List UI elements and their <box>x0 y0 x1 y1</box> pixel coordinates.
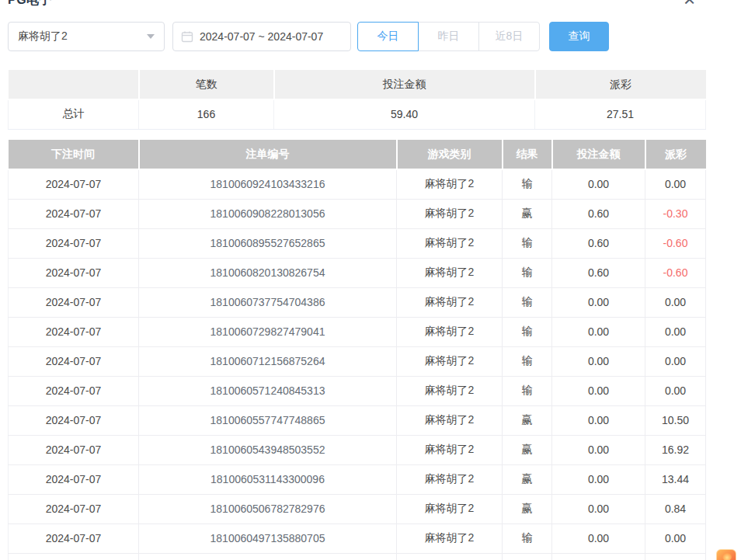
payout-cell: -0.60 <box>645 228 706 258</box>
last-8-days-button[interactable]: 近8日 <box>478 22 540 51</box>
bet-amount-cell: 0.60 <box>552 258 645 287</box>
result-cell: 输 <box>503 169 552 199</box>
bet-time-cell <box>9 553 139 560</box>
bet-id-cell: 1810060543948503552 <box>139 435 397 464</box>
payout-cell: -0.30 <box>645 199 706 228</box>
result-cell: 输 <box>503 317 552 346</box>
bet-amount-cell: 0.60 <box>552 228 645 258</box>
result-cell: 赢 <box>503 435 552 464</box>
game-type-cell: 麻将胡了2 <box>397 287 503 317</box>
payout-cell: 0.00 <box>645 346 706 376</box>
records-header-bet-time: 下注时间 <box>9 140 139 169</box>
bet-amount-cell: 0.00 <box>552 317 645 346</box>
quick-date-button-group: 今日 昨日 近8日 <box>357 22 540 51</box>
game-type-cell: 麻将胡了2 <box>397 169 503 199</box>
bet-amount-cell: 0.00 <box>552 464 645 494</box>
bet-amount-cell: 0.60 <box>552 199 645 228</box>
bet-id-cell: 1810060924103433216 <box>139 169 397 199</box>
summary-total-bet-amount: 59.40 <box>274 99 535 129</box>
bet-amount-cell <box>552 553 645 560</box>
table-row: 2024-07-07 1810060895527652865 麻将胡了2 输 0… <box>9 228 706 258</box>
close-icon[interactable]: × <box>684 0 695 9</box>
result-cell: 输 <box>503 228 552 258</box>
bet-id-cell: 1810060531143300096 <box>139 464 397 494</box>
game-type-cell: 麻将胡了2 <box>397 346 503 376</box>
bet-time-cell: 2024-07-07 <box>9 169 139 199</box>
summary-header-row: 笔数 投注金额 派彩 <box>9 70 706 99</box>
bet-amount-cell: 0.00 <box>552 287 645 317</box>
game-type-cell: 麻将胡了2 <box>397 376 503 405</box>
table-row: 2024-07-07 1810060506782782976 麻将胡了2 赢 0… <box>9 494 706 523</box>
bet-id-cell: 1810060895527652865 <box>139 228 397 258</box>
bet-id-cell: 1810060506782782976 <box>139 494 397 523</box>
game-select[interactable]: 麻将胡了2 <box>8 22 165 51</box>
floating-service-icon <box>722 553 732 560</box>
bet-id-cell: 1810060820130826754 <box>139 258 397 287</box>
bet-id-cell: 1810060557747748865 <box>139 405 397 435</box>
game-type-cell: 麻将胡了2 <box>397 435 503 464</box>
payout-cell: 0.00 <box>645 523 706 553</box>
payout-cell: -0.60 <box>645 258 706 287</box>
bet-time-cell: 2024-07-07 <box>9 258 139 287</box>
bet-time-cell: 2024-07-07 <box>9 376 139 405</box>
today-button[interactable]: 今日 <box>357 22 419 51</box>
bet-time-cell: 2024-07-07 <box>9 494 139 523</box>
result-cell: 输 <box>503 258 552 287</box>
payout-cell: 0.00 <box>645 317 706 346</box>
table-row: 2024-07-07 1810060820130826754 麻将胡了2 输 0… <box>9 258 706 287</box>
table-row: 2024-07-07 1810060557747748865 麻将胡了2 赢 0… <box>9 405 706 435</box>
game-type-cell: 麻将胡了2 <box>397 199 503 228</box>
result-cell: 赢 <box>503 494 552 523</box>
bet-time-cell: 2024-07-07 <box>9 199 139 228</box>
payout-cell: 16.92 <box>645 435 706 464</box>
summary-total-label: 总计 <box>9 99 139 129</box>
bet-time-cell: 2024-07-07 <box>9 287 139 317</box>
date-range-value: 2024-07-07 ~ 2024-07-07 <box>200 30 323 43</box>
bet-id-cell: 1810060737754704386 <box>139 287 397 317</box>
bet-time-cell: 2024-07-07 <box>9 464 139 494</box>
result-cell: 赢 <box>503 405 552 435</box>
result-cell: 赢 <box>503 199 552 228</box>
game-select-value: 麻将胡了2 <box>18 30 68 43</box>
payout-cell: 13.44 <box>645 464 706 494</box>
game-type-cell: 麻将胡了2 <box>397 317 503 346</box>
result-cell: 输 <box>503 376 552 405</box>
payout-cell: 10.50 <box>645 405 706 435</box>
payout-cell <box>645 553 706 560</box>
table-row: 2024-07-07 1810060531143300096 麻将胡了2 赢 0… <box>9 464 706 494</box>
payout-cell: 0.00 <box>645 376 706 405</box>
table-row: 2024-07-07 1810060908228013056 麻将胡了2 赢 0… <box>9 199 706 228</box>
result-cell: 输 <box>503 346 552 376</box>
date-range-input[interactable]: 2024-07-07 ~ 2024-07-07 <box>172 22 351 51</box>
table-row: 2024-07-07 1810060543948503552 麻将胡了2 赢 0… <box>9 435 706 464</box>
payout-cell: 0.84 <box>645 494 706 523</box>
summary-header-count: 笔数 <box>139 70 274 99</box>
query-button[interactable]: 查询 <box>549 22 609 51</box>
records-header-bet-amount: 投注金额 <box>552 140 645 169</box>
summary-header-empty <box>9 70 139 99</box>
bet-amount-cell: 0.00 <box>552 494 645 523</box>
bet-id-cell: 1810060571240845313 <box>139 376 397 405</box>
game-type-cell: 麻将胡了2 <box>397 523 503 553</box>
bet-amount-cell: 0.00 <box>552 346 645 376</box>
records-header-bet-id: 注单编号 <box>139 140 397 169</box>
table-row: 2024-07-07 1810060712156875264 麻将胡了2 输 0… <box>9 346 706 376</box>
result-cell: 输 <box>503 287 552 317</box>
page-title: PG电子 <box>8 0 52 9</box>
bet-id-cell: 1810060729827479041 <box>139 317 397 346</box>
records-table: 下注时间 注单编号 游戏类别 结果 投注金额 派彩 2024-07-07 181… <box>8 140 706 560</box>
summary-total-row: 总计 166 59.40 27.51 <box>9 99 706 129</box>
bet-amount-cell: 0.00 <box>552 169 645 199</box>
table-row: 2024-07-07 1810060571240845313 麻将胡了2 输 0… <box>9 376 706 405</box>
records-header-result: 结果 <box>503 140 552 169</box>
game-type-cell: 麻将胡了2 <box>397 258 503 287</box>
table-row: 2024-07-07 1810060737754704386 麻将胡了2 输 0… <box>9 287 706 317</box>
summary-header-bet-amount: 投注金额 <box>274 70 535 99</box>
bet-time-cell: 2024-07-07 <box>9 346 139 376</box>
bet-time-cell: 2024-07-07 <box>9 523 139 553</box>
floating-service-button[interactable] <box>716 549 736 560</box>
bet-id-cell: 1810060712156875264 <box>139 346 397 376</box>
bet-amount-cell: 0.00 <box>552 405 645 435</box>
game-type-cell: 麻将胡了2 <box>397 405 503 435</box>
yesterday-button[interactable]: 昨日 <box>418 22 479 51</box>
